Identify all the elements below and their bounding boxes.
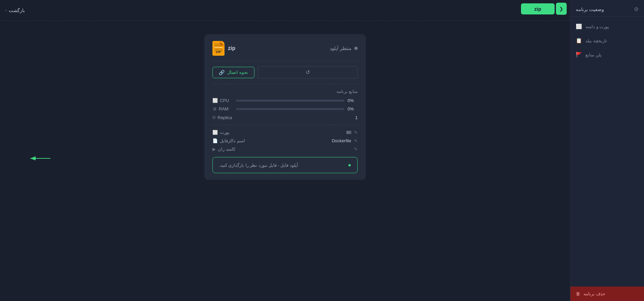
cpu-bar-container bbox=[236, 100, 344, 102]
upload-area[interactable]: ● آپلود فایل - فایل مورد نظر را بارگذاری… bbox=[212, 157, 358, 173]
cpu-row: 0% CPU ⬜ bbox=[212, 98, 358, 103]
delete-label: حذف برنامه bbox=[583, 291, 605, 296]
gear-icon[interactable]: ⚙ bbox=[634, 6, 639, 12]
ram-row: 0% RAM 🖥 bbox=[212, 106, 358, 111]
sidebar-item-label: تاریخچه بیلد bbox=[586, 38, 607, 43]
zip-button[interactable]: zip bbox=[521, 3, 555, 14]
sidebar-nav: پورت و دامنه ⬜ تاریخچه بیلد 📋 پلن منابع … bbox=[570, 17, 644, 287]
cpu-label: CPU ⬜ bbox=[212, 98, 233, 103]
card-header: منتظر آپلود zip ZIP bbox=[212, 41, 358, 56]
cpu-value: 0% bbox=[348, 98, 358, 103]
status-row: منتظر آپلود bbox=[330, 46, 358, 51]
port-row: ✎ 80 پورت ⬜ bbox=[212, 130, 358, 135]
card-divider bbox=[212, 61, 358, 61]
replica-value: 1 bbox=[355, 115, 358, 120]
dockerfile-field-left: ✎ Dockerfile bbox=[332, 138, 358, 143]
reload-icon: ↺ bbox=[306, 69, 310, 76]
back-navigation[interactable]: بازگشت › bbox=[5, 8, 25, 13]
dockerfile-label: اسم داکرفایل 📄 bbox=[212, 138, 245, 143]
port-field-left: ✎ 80 bbox=[347, 130, 358, 135]
back-label: بازگشت bbox=[9, 8, 25, 13]
dockerfile-row: ✎ Dockerfile اسم داکرفایل 📄 bbox=[212, 138, 358, 143]
dockerfile-value: Dockerfile bbox=[332, 138, 351, 143]
cpu-icon: ⬜ bbox=[212, 98, 218, 103]
replica-row: 1 Replica ⧉ bbox=[212, 115, 358, 120]
main-content: منتظر آپلود zip ZIP bbox=[0, 21, 570, 301]
build-history-icon: 📋 bbox=[576, 38, 582, 44]
delete-icon: 🗑 bbox=[576, 291, 580, 296]
port-value: 80 bbox=[347, 130, 351, 135]
sidebar-item-label: پلن منابع bbox=[586, 52, 602, 57]
ram-value: 0% bbox=[348, 106, 358, 111]
port-label: پورت ⬜ bbox=[212, 130, 230, 135]
ram-bar-container bbox=[236, 108, 344, 110]
run-command-field-left: ✎ bbox=[351, 147, 358, 152]
sidebar-title: وضعیت برنامه bbox=[576, 7, 604, 12]
sidebar-item-build-history[interactable]: تاریخچه بیلد 📋 bbox=[570, 34, 644, 48]
sidebar-header: ⚙ وضعیت برنامه bbox=[570, 0, 644, 17]
ram-label: RAM 🖥 bbox=[212, 106, 233, 111]
card-divider-2 bbox=[212, 84, 358, 84]
upload-icon: ● bbox=[348, 162, 351, 168]
connect-button[interactable]: نحوه اتصال 🔗 bbox=[212, 67, 254, 78]
zip-file-text: ZIP bbox=[216, 50, 221, 54]
back-chevron-icon: › bbox=[5, 8, 7, 13]
app-card: منتظر آپلود zip ZIP bbox=[204, 34, 366, 180]
reload-button[interactable]: ↺ bbox=[258, 66, 358, 79]
connect-label: نحوه اتصال bbox=[227, 70, 248, 75]
resources-title: منابع برنامه bbox=[212, 89, 358, 94]
card-title-area: zip ZIP bbox=[212, 41, 235, 56]
arrow-indicator bbox=[27, 152, 54, 166]
status-text: منتظر آپلود bbox=[330, 46, 352, 51]
port-icon: ⬜ bbox=[212, 130, 218, 135]
arrow-svg bbox=[27, 152, 54, 165]
status-dot-icon bbox=[354, 47, 358, 50]
port-domain-icon: ⬜ bbox=[576, 23, 582, 30]
replica-label: Replica ⧉ bbox=[212, 115, 232, 120]
upload-text: آپلود فایل - فایل مورد نظر را بارگذاری ک… bbox=[219, 163, 298, 168]
delete-app-button[interactable]: حذف برنامه 🗑 bbox=[570, 287, 644, 301]
sidebar-item-label: پورت و دامنه bbox=[586, 24, 609, 29]
run-command-edit-icon[interactable]: ✎ bbox=[354, 147, 358, 152]
dockerfile-icon: 📄 bbox=[212, 138, 218, 143]
zip-file-icon: ZIP bbox=[212, 41, 225, 56]
chevron-down-icon: ❮ bbox=[559, 6, 563, 11]
card-actions: ↺ نحوه اتصال 🔗 bbox=[212, 66, 358, 79]
sidebar-item-port-domain[interactable]: پورت و دامنه ⬜ bbox=[570, 19, 644, 34]
zip-dropdown-button[interactable]: ❮ bbox=[556, 3, 567, 15]
ram-icon: 🖥 bbox=[212, 106, 217, 111]
card-zip-label: zip bbox=[228, 45, 235, 51]
zip-btn-wrapper: ❮ zip bbox=[521, 3, 567, 15]
card-divider-3 bbox=[212, 125, 358, 125]
run-command-row: ✎ کامند ران ▶ bbox=[212, 147, 358, 152]
link-icon: 🔗 bbox=[219, 70, 225, 75]
sidebar-item-resource-plan[interactable]: پلن منابع 🚩 bbox=[570, 48, 644, 62]
right-sidebar: ⚙ وضعیت برنامه پورت و دامنه ⬜ تاریخچه بی… bbox=[570, 0, 644, 301]
replica-icon: ⧉ bbox=[212, 115, 215, 120]
resource-plan-icon: 🚩 bbox=[576, 52, 582, 58]
dockerfile-edit-icon[interactable]: ✎ bbox=[354, 138, 358, 143]
run-command-icon: ▶ bbox=[212, 147, 216, 152]
port-edit-icon[interactable]: ✎ bbox=[354, 130, 358, 135]
run-command-label: کامند ران ▶ bbox=[212, 147, 235, 152]
